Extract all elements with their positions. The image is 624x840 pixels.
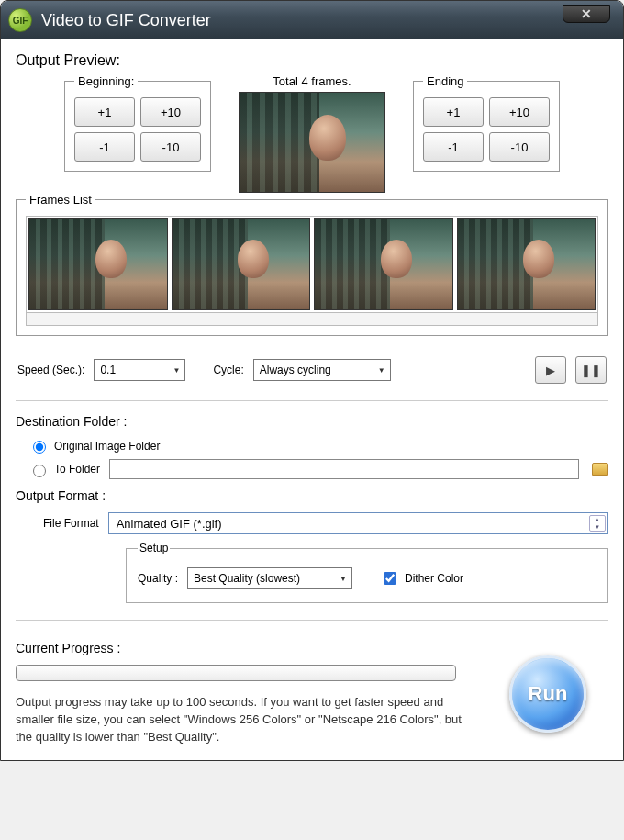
beginning-minus10-button[interactable]: -10 (140, 132, 201, 162)
ending-plus1-button[interactable]: +1 (423, 97, 484, 127)
output-format-label: Output Format : (16, 488, 608, 503)
cycle-combo[interactable]: Always cycling (253, 359, 391, 381)
dither-color-label: Dither Color (405, 572, 463, 585)
frame-thumb[interactable] (457, 218, 596, 310)
current-progress-label: Current Progress : (16, 641, 608, 655)
frame-thumb[interactable] (314, 218, 453, 310)
output-preview-label: Output Preview: (16, 52, 608, 69)
run-button-label: Run (529, 682, 568, 706)
preview-image (239, 92, 385, 193)
setup-group: Setup Quality : Best Quality (slowest) D… (126, 542, 608, 603)
cycle-value: Always cycling (260, 364, 331, 376)
frame-thumb[interactable] (172, 218, 311, 310)
to-folder-input[interactable] (109, 459, 579, 479)
cycle-label: Cycle: (213, 364, 243, 376)
window-title: Video to GIF Converter (41, 11, 211, 30)
run-button[interactable]: Run (509, 655, 586, 733)
chevron-down-icon: ▼ (590, 523, 605, 531)
file-format-combo[interactable]: Animated GIF (*.gif) ▲ ▼ (108, 512, 608, 534)
play-button[interactable]: ▶ (535, 356, 566, 384)
play-icon: ▶ (546, 364, 555, 377)
beginning-minus1-button[interactable]: -1 (74, 132, 135, 162)
original-folder-radio[interactable] (33, 441, 46, 454)
file-format-label: File Format (43, 517, 99, 530)
beginning-group: Beginning: +1 +10 -1 -10 (64, 74, 211, 172)
speed-value: 0.1 (100, 364, 116, 376)
pause-icon: ❚❚ (581, 364, 601, 377)
frame-thumb[interactable] (28, 218, 168, 310)
divider (16, 400, 608, 401)
to-folder-label: To Folder (54, 463, 100, 476)
beginning-plus10-button[interactable]: +10 (140, 97, 201, 127)
ending-legend: Ending (423, 74, 467, 88)
progress-hint-text: Output progress may take up to 100 secon… (16, 694, 474, 746)
app-icon: GIF (8, 8, 32, 32)
quality-label: Quality : (138, 572, 178, 585)
pause-button[interactable]: ❚❚ (575, 356, 607, 384)
to-folder-radio[interactable] (33, 465, 46, 477)
beginning-plus1-button[interactable]: +1 (74, 97, 135, 127)
chevron-up-icon: ▲ (590, 516, 605, 523)
dither-color-checkbox[interactable] (384, 572, 396, 585)
close-button[interactable]: ✕ (563, 5, 610, 23)
total-frames-label: Total 4 frames. (239, 74, 385, 88)
frames-list-group: Frames List (16, 193, 608, 336)
speed-label: Speed (Sec.): (17, 364, 84, 376)
quality-combo[interactable]: Best Quality (slowest) (187, 567, 352, 589)
ending-group: Ending +1 +10 -1 -10 (413, 74, 560, 172)
divider (16, 620, 608, 621)
file-format-value: Animated GIF (*.gif) (117, 517, 222, 531)
original-folder-label: Original Image Folder (54, 440, 160, 453)
frames-list-legend: Frames List (26, 193, 95, 207)
quality-value: Best Quality (slowest) (194, 572, 300, 585)
ending-minus1-button[interactable]: -1 (423, 132, 484, 162)
beginning-legend: Beginning: (74, 74, 138, 88)
ending-plus10-button[interactable]: +10 (489, 97, 550, 127)
frames-row (26, 216, 598, 313)
progress-bar (16, 665, 456, 681)
browse-folder-icon[interactable] (592, 463, 608, 476)
file-format-spinner[interactable]: ▲ ▼ (589, 515, 606, 532)
speed-combo[interactable]: 0.1 (94, 359, 185, 381)
app-window: GIF Video to GIF Converter ✕ Output Prev… (0, 0, 624, 761)
titlebar: GIF Video to GIF Converter ✕ (1, 1, 623, 39)
destination-folder-label: Destination Folder : (16, 414, 608, 429)
setup-legend: Setup (138, 542, 170, 554)
frames-scrollbar[interactable] (26, 313, 598, 326)
close-icon: ✕ (581, 6, 592, 21)
ending-minus10-button[interactable]: -10 (489, 132, 550, 162)
